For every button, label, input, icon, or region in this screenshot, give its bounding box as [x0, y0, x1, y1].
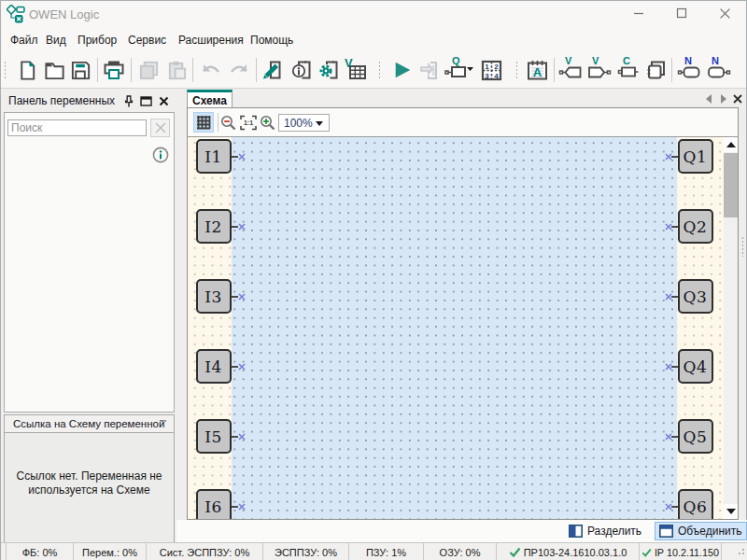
- wire-stub: [671, 226, 678, 228]
- input-network-block-button[interactable]: N: [676, 56, 702, 84]
- device-settings-button[interactable]: [316, 56, 342, 84]
- toolbar-grip[interactable]: [378, 61, 381, 79]
- zoom-level-value: 100%: [284, 117, 313, 130]
- input-block-I6[interactable]: I6: [196, 489, 232, 519]
- print-button[interactable]: [101, 56, 127, 84]
- output-network-block-button[interactable]: N: [706, 56, 732, 84]
- save-project-button[interactable]: [67, 56, 93, 84]
- tab-scroll-right-button[interactable]: [717, 92, 730, 105]
- constant-block-button[interactable]: C: [616, 56, 642, 84]
- undo-button[interactable]: [198, 56, 224, 84]
- toggle-grid-button[interactable]: [193, 112, 214, 133]
- clear-search-button[interactable]: [150, 119, 170, 137]
- merge-view-button[interactable]: Объединить: [655, 522, 747, 540]
- variables-panel-header: Панель переменных: [1, 90, 176, 112]
- title-bar: OWEN Logic: [1, 1, 746, 29]
- open-project-button[interactable]: [41, 56, 67, 84]
- wire-stub: [671, 366, 678, 368]
- app-window: OWEN Logic Файл Вид Прибор Сервис Расшир…: [0, 0, 747, 560]
- display-screens-button[interactable]: 1234: [478, 56, 504, 84]
- macros-button[interactable]: [643, 56, 669, 84]
- output-block-letter: Q: [452, 56, 460, 66]
- device-information-button[interactable]: [289, 56, 315, 84]
- constant-block-letter: C: [623, 56, 630, 66]
- svg-text:2: 2: [494, 62, 499, 70]
- output-block-Q2[interactable]: Q2: [678, 209, 713, 244]
- tab-close-button[interactable]: [731, 92, 744, 105]
- menu-help[interactable]: Помощь: [250, 34, 293, 47]
- unconnected-pin-marker[interactable]: [665, 503, 672, 511]
- input-variable-letter: V: [565, 56, 571, 66]
- scroll-up-button[interactable]: [724, 137, 738, 152]
- output-variable-block-button[interactable]: V: [586, 56, 613, 84]
- copy-button[interactable]: [135, 56, 162, 84]
- output-block-Q1[interactable]: Q1: [678, 139, 713, 174]
- status-bar: ФБ: 0% Перем.: 0% Сист. ЭСППЗУ: 0% ЭСППЗ…: [1, 542, 747, 560]
- edit-device-button[interactable]: [259, 56, 285, 84]
- unconnected-pin-marker[interactable]: [238, 503, 246, 511]
- upload-to-device-button[interactable]: [416, 56, 443, 84]
- input-block-I5[interactable]: I5: [196, 419, 232, 454]
- variable-table-button[interactable]: V: [344, 56, 370, 84]
- maximize-button[interactable]: [666, 1, 698, 25]
- references-panel-title: Ссылка на Схему переменной: [13, 418, 164, 429]
- zoom-level-combobox[interactable]: 100%: [278, 114, 330, 132]
- toolbar-grip[interactable]: [515, 61, 518, 79]
- new-file-button[interactable]: [14, 56, 40, 84]
- output-block-Q4[interactable]: Q4: [678, 349, 713, 384]
- unconnected-pin-marker[interactable]: [665, 363, 672, 371]
- right-splitter-grip[interactable]: [741, 236, 744, 257]
- redo-button[interactable]: [226, 56, 252, 84]
- menu-service[interactable]: Сервис: [128, 34, 166, 47]
- menu-extensions[interactable]: Расширения: [178, 34, 244, 47]
- unconnected-pin-marker[interactable]: [665, 223, 672, 231]
- close-button[interactable]: [709, 1, 740, 25]
- search-input[interactable]: [7, 119, 147, 136]
- toolbar-separator: [131, 58, 132, 82]
- unconnected-pin-marker[interactable]: [238, 293, 246, 301]
- variables-panel-title: Панель переменных: [8, 94, 115, 107]
- input-block-I3[interactable]: I3: [196, 279, 232, 314]
- schema-canvas[interactable]: I1 I2 I3 I4 I5 I6 Q1 Q2 Q3 Q4 Q5 Q6: [188, 137, 738, 519]
- split-view-button[interactable]: Разделить: [565, 522, 645, 540]
- unconnected-pin-marker[interactable]: [238, 223, 246, 231]
- close-panel-icon[interactable]: [156, 93, 172, 108]
- input-block-I4[interactable]: I4: [196, 349, 232, 384]
- tab-schema[interactable]: Схема: [187, 90, 233, 107]
- output-block-Q3[interactable]: Q3: [678, 279, 713, 314]
- restore-panel-icon[interactable]: [138, 93, 154, 108]
- zoom-out-button[interactable]: [218, 113, 238, 133]
- unconnected-pin-marker[interactable]: [665, 293, 672, 301]
- minimize-button[interactable]: [623, 1, 655, 25]
- output-block-Q6[interactable]: Q6: [678, 489, 713, 519]
- status-fb: ФБ: 0%: [6, 543, 73, 560]
- unconnected-pin-marker[interactable]: [238, 153, 246, 161]
- unconnected-pin-marker[interactable]: [665, 153, 672, 161]
- toolbar-grip[interactable]: [4, 61, 7, 79]
- status-ram: ОЗУ: 0%: [423, 543, 496, 560]
- scrollbar-thumb[interactable]: [724, 153, 738, 217]
- run-simulation-button[interactable]: [389, 56, 416, 84]
- menu-device[interactable]: Прибор: [78, 34, 117, 47]
- zoom-original-button[interactable]: 1:1: [238, 113, 258, 133]
- split-view-label: Разделить: [587, 525, 641, 538]
- unconnected-pin-marker[interactable]: [665, 433, 672, 441]
- paste-button[interactable]: [163, 56, 190, 84]
- unconnected-pin-marker[interactable]: [238, 363, 246, 371]
- input-variable-block-button[interactable]: V: [557, 56, 584, 84]
- input-block-I2[interactable]: I2: [196, 209, 232, 244]
- menu-file[interactable]: Файл: [10, 34, 38, 47]
- add-output-block-button[interactable]: Q: [444, 56, 473, 84]
- tab-scroll-left-button[interactable]: [702, 92, 715, 105]
- info-icon[interactable]: [152, 147, 169, 163]
- calendar-events-button[interactable]: А: [524, 56, 550, 84]
- unconnected-pin-marker[interactable]: [238, 433, 246, 441]
- scroll-down-button[interactable]: [724, 504, 738, 519]
- wire-stub: [232, 506, 239, 508]
- output-block-Q5[interactable]: Q5: [678, 419, 713, 454]
- pin-panel-icon[interactable]: [120, 93, 136, 108]
- vertical-scrollbar[interactable]: [724, 137, 738, 519]
- zoom-in-button[interactable]: [258, 113, 277, 133]
- menu-view[interactable]: Вид: [46, 34, 66, 47]
- input-block-I1[interactable]: I1: [196, 139, 232, 174]
